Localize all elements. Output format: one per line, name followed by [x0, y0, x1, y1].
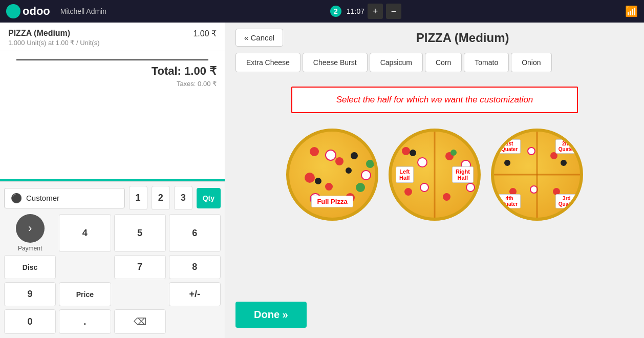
- right-half-label: RightHalf: [452, 166, 474, 183]
- done-button[interactable]: Done »: [235, 302, 307, 328]
- user-icon: ⚫: [11, 193, 22, 204]
- nav-time: 11:07: [347, 7, 364, 15]
- payment-container: › Payment: [4, 214, 56, 252]
- nav-badge: 2: [330, 6, 341, 17]
- order-taxes: Taxes: 0.00 ₹: [8, 80, 217, 88]
- order-total-area: Total: 1.00 ₹ Taxes: 0.00 ₹: [0, 51, 225, 179]
- quarter-pizza-option[interactable]: 1stQuater 2ndQuater 4thQuater 3rdQuater: [491, 129, 583, 291]
- quarter-pizza-circle: 1stQuater 2ndQuater 4thQuater 3rdQuater: [491, 129, 583, 221]
- pizza-options: Full Pizza: [225, 118, 644, 302]
- q2-label: 2ndQuater: [555, 139, 578, 154]
- pizza-title: PIZZA (Medium): [291, 31, 634, 45]
- num-plusminus-button[interactable]: +/-: [169, 282, 221, 306]
- order-total: Total: 1.00 ₹: [8, 65, 217, 78]
- half-pizza-circle: LeftHalf RightHalf: [389, 129, 481, 221]
- cancel-button[interactable]: « Cancel: [235, 29, 283, 47]
- num-6-button[interactable]: 6: [169, 214, 221, 252]
- full-pizza-circle: Full Pizza: [286, 129, 378, 221]
- left-panel: PIZZA (Medium) 1.00 ₹ 1.000 Unit(s) at 1…: [0, 23, 225, 338]
- wifi-icon: 📶: [625, 5, 638, 17]
- nav-user: Mitchell Admin: [60, 7, 106, 15]
- order-item-qty: 1.00 ₹: [193, 29, 217, 38]
- half-pizza-divider: [434, 132, 436, 218]
- q4-label: 4thQuater: [498, 194, 521, 208]
- payment-button[interactable]: ›: [16, 214, 45, 243]
- numpad-top-row: ⚫ Customer 1 2 3 Qty: [4, 186, 221, 210]
- nav-remove-button[interactable]: −: [386, 4, 401, 19]
- num-8-button[interactable]: 8: [169, 255, 221, 279]
- pizza-hline: [494, 174, 580, 176]
- numpad-grid: › Payment 4 5 6 Disc 7 8 9 Price +/- 0 .…: [4, 214, 221, 334]
- order-header: PIZZA (Medium) 1.00 ₹ 1.000 Unit(s) at 1…: [0, 23, 225, 51]
- navbar: odoo Mitchell Admin 2 11:07 + − 📶: [0, 0, 644, 23]
- order-item-desc: 1.000 Unit(s) at 1.00 ₹ / Unit(s): [8, 39, 217, 47]
- right-panel: « Cancel PIZZA (Medium) Extra Cheese Che…: [225, 23, 644, 338]
- num-1-button[interactable]: 1: [129, 186, 147, 210]
- num-dot-button[interactable]: .: [59, 309, 111, 334]
- topping-cheese-burst[interactable]: Cheese Burst: [303, 53, 368, 72]
- qty-button[interactable]: Qty: [197, 188, 221, 208]
- topping-capsicum[interactable]: Capsicum: [370, 53, 423, 72]
- disc-button[interactable]: Disc: [4, 255, 56, 279]
- order-item-name: PIZZA (Medium): [8, 29, 70, 37]
- price-button[interactable]: Price: [59, 282, 111, 306]
- nav-add-button[interactable]: +: [368, 4, 383, 19]
- topping-extra-cheese[interactable]: Extra Cheese: [235, 53, 300, 72]
- topping-tomato[interactable]: Tomato: [464, 53, 509, 72]
- num-7-button[interactable]: 7: [114, 255, 166, 279]
- topping-tabs: Extra Cheese Cheese Burst Capsicum Corn …: [225, 53, 644, 72]
- odoo-logo-text: odoo: [23, 5, 50, 18]
- q1-label: 1stQuater: [498, 139, 521, 154]
- payment-label: Payment: [18, 245, 42, 252]
- instruction-area: Select the half for which we want the cu…: [225, 76, 644, 118]
- left-half-label: LeftHalf: [396, 166, 414, 183]
- half-pizza-option[interactable]: LeftHalf RightHalf: [389, 129, 481, 291]
- full-pizza-option[interactable]: Full Pizza: [286, 129, 378, 291]
- num-5-button[interactable]: 5: [114, 214, 166, 252]
- backspace-button[interactable]: ⌫: [114, 309, 166, 334]
- num-4-button[interactable]: 4: [59, 214, 111, 252]
- topping-onion[interactable]: Onion: [511, 53, 551, 72]
- full-pizza-label: Full Pizza: [311, 196, 353, 207]
- num-9-button[interactable]: 9: [4, 282, 56, 306]
- topping-corn[interactable]: Corn: [425, 53, 462, 72]
- odoo-logo-circle: [6, 4, 20, 18]
- customer-label: Customer: [26, 194, 59, 202]
- num-2-button[interactable]: 2: [152, 186, 170, 210]
- right-header: « Cancel PIZZA (Medium): [225, 23, 644, 53]
- num-0-button[interactable]: 0: [4, 309, 56, 334]
- customer-button[interactable]: ⚫ Customer: [4, 188, 125, 208]
- num-3-button[interactable]: 3: [174, 186, 192, 210]
- order-divider: [16, 59, 208, 60]
- q3-label: 3rdQuater: [555, 194, 578, 208]
- instruction-box: Select the half for which we want the cu…: [291, 87, 578, 113]
- odoo-logo: odoo: [6, 4, 50, 18]
- main-layout: PIZZA (Medium) 1.00 ₹ 1.000 Unit(s) at 1…: [0, 23, 644, 338]
- numpad-area: ⚫ Customer 1 2 3 Qty › Payment 4 5 6 Dis…: [0, 181, 225, 338]
